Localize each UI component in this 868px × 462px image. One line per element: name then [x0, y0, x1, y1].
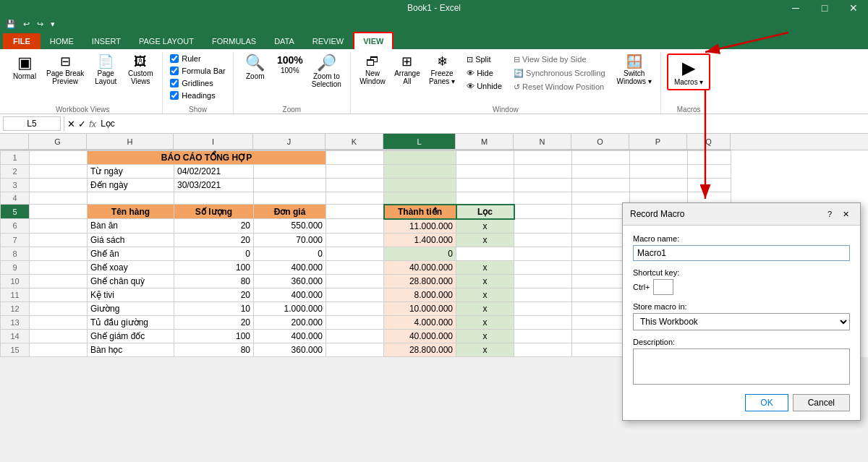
cell-m3[interactable] — [456, 179, 514, 192]
dialog-help-button[interactable]: ? — [822, 208, 837, 221]
cell-j7[interactable]: 70.000 — [254, 233, 326, 247]
cell-k1[interactable] — [326, 151, 384, 165]
ok-button[interactable]: OK — [745, 394, 788, 411]
col-header-p[interactable]: P — [629, 134, 687, 150]
cell-j5[interactable]: Đơn giá — [254, 205, 326, 219]
cell-i11[interactable]: 20 — [174, 288, 254, 301]
cell-h9[interactable]: Ghế xoay — [88, 260, 174, 274]
cell-i3[interactable]: 30/03/2021 — [174, 179, 254, 192]
row-num-3[interactable]: 3 — [1, 179, 30, 192]
close-button[interactable]: ✕ — [839, 0, 868, 16]
cell-m14[interactable]: x — [456, 329, 514, 343]
cell-m10[interactable]: x — [456, 274, 514, 288]
headings-checkbox[interactable] — [170, 91, 179, 100]
cell-n5[interactable] — [514, 205, 572, 219]
cell-n1[interactable] — [514, 151, 572, 165]
cell-j8[interactable]: 0 — [254, 247, 326, 260]
split-button[interactable]: ⊡ Split — [464, 54, 505, 66]
cell-i9[interactable]: 100 — [174, 260, 254, 274]
row-num-14[interactable]: 14 — [1, 329, 30, 343]
cell-m15[interactable]: x — [456, 343, 514, 356]
col-header-l[interactable]: L — [383, 134, 456, 150]
cancel-formula-icon[interactable]: ✕ — [67, 119, 75, 129]
cell-g2[interactable] — [30, 165, 88, 179]
tab-home[interactable]: HOME — [41, 33, 82, 49]
tab-insert[interactable]: INSERT — [83, 33, 129, 49]
cell-l12[interactable]: 10.000.000 — [384, 301, 456, 315]
row-num-9[interactable]: 9 — [1, 260, 30, 274]
cell-j11[interactable]: 400.000 — [254, 288, 326, 301]
cell-l7[interactable]: 1.400.000 — [384, 233, 456, 247]
cell-o3[interactable] — [572, 179, 630, 192]
tab-file[interactable]: FILE — [3, 33, 41, 49]
row-num-8[interactable]: 8 — [1, 247, 30, 260]
cell-m9[interactable]: x — [456, 260, 514, 274]
cell-l1[interactable] — [384, 151, 456, 165]
cell-i10[interactable]: 80 — [174, 274, 254, 288]
unhide-button[interactable]: 👁 Unhide — [464, 80, 505, 92]
cell-j12[interactable]: 1.000.000 — [254, 301, 326, 315]
cell-g1[interactable] — [30, 151, 88, 165]
cell-m11[interactable]: x — [456, 288, 514, 301]
cell-o1[interactable] — [572, 151, 630, 165]
cell-q3[interactable] — [688, 179, 731, 192]
cell-i12[interactable]: 10 — [174, 301, 254, 315]
custom-views-button[interactable]: 🖼 CustomViews — [124, 54, 156, 87]
zoom-selection-button[interactable]: 🔎 Zoom toSelection — [309, 54, 344, 90]
cell-i4[interactable] — [174, 192, 254, 205]
tab-formulas[interactable]: FORMULAS — [203, 33, 265, 49]
zoom-button[interactable]: 🔍 Zoom — [239, 54, 271, 82]
formula-bar-checkbox[interactable] — [170, 67, 179, 75]
macros-button[interactable]: ▶ Macros ▾ — [667, 54, 711, 90]
tab-data[interactable]: DATA — [265, 33, 303, 49]
row-num-1[interactable]: 1 — [1, 151, 30, 165]
normal-view-button[interactable]: ▣ Normal — [9, 54, 41, 82]
cell-n4[interactable] — [514, 192, 572, 205]
cell-h11[interactable]: Kệ tivi — [88, 288, 174, 301]
store-macro-select[interactable]: This Workbook New Workbook Personal Macr… — [633, 313, 850, 330]
tab-review[interactable]: REVIEW — [304, 33, 352, 49]
arrange-all-button[interactable]: ⊞ ArrangeAll — [391, 54, 423, 87]
cell-h6[interactable]: Bàn ăn — [88, 219, 174, 234]
cell-l14[interactable]: 40.000.000 — [384, 329, 456, 343]
freeze-panes-button[interactable]: ❄ FreezePanes ▾ — [426, 54, 458, 87]
maximize-button[interactable]: □ — [810, 0, 839, 16]
col-header-o[interactable]: O — [571, 134, 629, 150]
reset-window-position-button[interactable]: ↺ Reset Window Position — [511, 81, 608, 93]
col-header-m[interactable]: M — [456, 134, 514, 150]
new-window-button[interactable]: 🗗 NewWindow — [357, 54, 388, 87]
cell-l15[interactable]: 28.800.000 — [384, 343, 456, 356]
cell-m5[interactable]: Lọc — [456, 205, 514, 219]
cell-h3[interactable]: Đến ngày — [88, 179, 174, 192]
cell-h5[interactable]: Tên hàng — [88, 205, 174, 219]
cell-i8[interactable]: 0 — [174, 247, 254, 260]
cell-m8[interactable] — [456, 247, 514, 260]
col-header-g[interactable]: G — [29, 134, 87, 150]
row-num-5[interactable]: 5 — [1, 205, 30, 219]
macro-name-input[interactable] — [633, 245, 850, 261]
view-side-by-side-button[interactable]: ⊟ View Side by Side — [511, 54, 608, 66]
dialog-close-button[interactable]: ✕ — [838, 208, 853, 221]
cell-q2[interactable] — [688, 165, 731, 179]
col-header-h[interactable]: H — [87, 134, 174, 150]
col-header-q[interactable]: Q — [687, 134, 731, 150]
cell-l9[interactable]: 40.000.000 — [384, 260, 456, 274]
quick-access-more[interactable]: ▾ — [48, 18, 58, 30]
row-num-15[interactable]: 15 — [1, 343, 30, 356]
confirm-formula-icon[interactable]: ✓ — [78, 119, 86, 129]
ruler-checkbox[interactable] — [170, 54, 179, 63]
cell-k2[interactable] — [326, 165, 384, 179]
cell-l2[interactable] — [384, 165, 456, 179]
cell-j14[interactable]: 400.000 — [254, 329, 326, 343]
switch-windows-button[interactable]: 🪟 SwitchWindows ▾ — [614, 54, 655, 87]
cell-i5[interactable]: Số lượng — [174, 205, 254, 219]
col-header-k[interactable]: K — [326, 134, 383, 150]
row-num-13[interactable]: 13 — [1, 315, 30, 329]
cell-j2[interactable] — [254, 165, 326, 179]
tab-page-layout[interactable]: PAGE LAYOUT — [130, 33, 203, 49]
row-num-4[interactable]: 4 — [1, 192, 30, 205]
cell-m13[interactable]: x — [456, 315, 514, 329]
formula-input[interactable] — [99, 117, 865, 130]
row-num-2[interactable]: 2 — [1, 165, 30, 179]
name-box[interactable] — [3, 116, 61, 131]
